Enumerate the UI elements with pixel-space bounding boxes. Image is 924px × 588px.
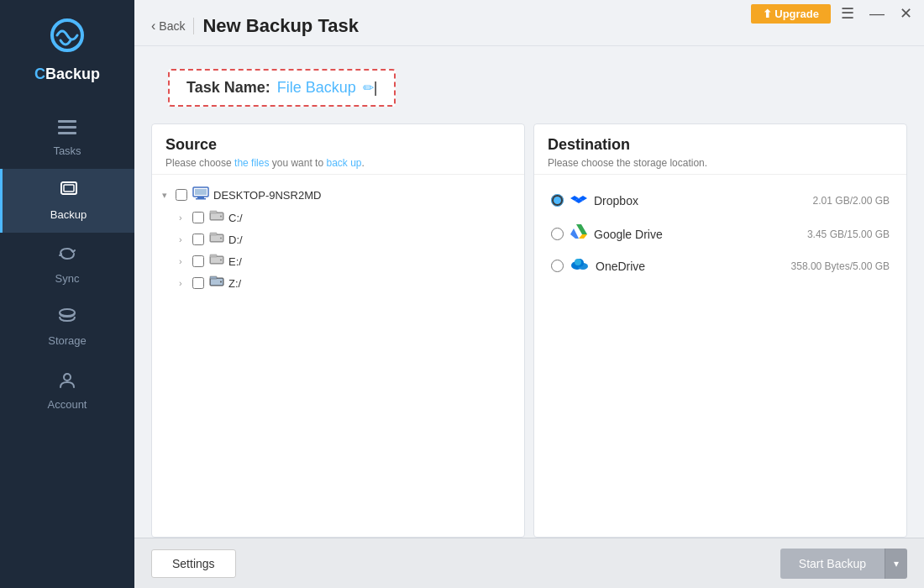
- start-backup-button[interactable]: Start Backup: [780, 549, 885, 579]
- dest-option-onedrive[interactable]: OneDrive 358.00 Bytes/5.00 GB: [541, 250, 900, 281]
- dest-dropbox-label: Dropbox: [594, 194, 806, 207]
- svg-rect-3: [58, 132, 76, 134]
- destination-title: Destination: [548, 136, 893, 154]
- computer-icon: [192, 186, 209, 203]
- svg-rect-9: [195, 189, 207, 195]
- svg-point-31: [575, 259, 581, 265]
- storage-label: Storage: [48, 334, 87, 347]
- back-arrow-icon: ‹: [151, 18, 155, 34]
- storage-icon: [57, 308, 77, 329]
- dest-radio-dropbox[interactable]: [551, 194, 564, 207]
- tree-root-label: DESKTOP-9NSR2MD: [213, 189, 321, 202]
- settings-button[interactable]: Settings: [151, 549, 236, 578]
- tree-d-label: D:/: [228, 234, 243, 246]
- dest-radio-gdrive[interactable]: [551, 228, 564, 240]
- main-content: ‹ Back New Backup Task Task Name: File B…: [134, 0, 924, 588]
- svg-rect-1: [58, 120, 76, 123]
- tree-d-expand[interactable]: ›: [179, 234, 192, 244]
- svg-rect-22: [210, 255, 217, 257]
- source-subtitle: Please choose the files you want to back…: [165, 157, 511, 169]
- svg-point-19: [220, 238, 222, 239]
- logo-icon: [42, 17, 92, 59]
- onedrive-icon: [570, 257, 589, 275]
- backup-label: Backup: [50, 208, 87, 221]
- sidebar-item-sync[interactable]: Sync: [0, 233, 134, 297]
- task-name-value: File Backup: [277, 79, 356, 97]
- start-backup-dropdown[interactable]: ▾: [885, 549, 907, 579]
- dest-onedrive-storage: 358.00 Bytes/5.00 GB: [791, 260, 890, 272]
- task-name-edit-icon[interactable]: ✏: [363, 80, 374, 96]
- sidebar-item-account[interactable]: Account: [0, 359, 134, 423]
- svg-point-27: [220, 281, 222, 283]
- source-panel-body: ▾ DESKTOP-9NSR2MD: [152, 175, 524, 537]
- task-name-cursor: |: [374, 79, 378, 97]
- source-subtitle-link2[interactable]: back up: [326, 157, 361, 169]
- sidebar-item-tasks[interactable]: Tasks: [0, 108, 134, 169]
- dest-option-gdrive[interactable]: Google Drive 3.45 GB/15.00 GB: [541, 218, 900, 250]
- logo-c: C: [34, 66, 45, 82]
- source-title: Source: [165, 136, 511, 154]
- tasks-icon: [58, 120, 76, 139]
- svg-point-15: [220, 216, 222, 218]
- svg-point-6: [60, 309, 75, 316]
- svg-rect-18: [210, 233, 217, 235]
- tree-item-z[interactable]: › Z:/: [176, 272, 517, 294]
- tree-e-expand[interactable]: ›: [179, 256, 192, 266]
- dest-radio-onedrive[interactable]: [551, 260, 564, 272]
- source-panel: Source Please choose the files you want …: [151, 123, 525, 538]
- tree-root-item[interactable]: ▾ DESKTOP-9NSR2MD: [159, 183, 517, 207]
- destination-panel-header: Destination Please choose the storage lo…: [534, 124, 906, 175]
- source-panel-header: Source Please choose the files you want …: [152, 124, 524, 175]
- sync-label: Sync: [55, 272, 80, 285]
- tree-root-expand[interactable]: ▾: [162, 190, 176, 201]
- drive-c-icon: [209, 210, 224, 225]
- sidebar-item-storage[interactable]: Storage: [0, 297, 134, 359]
- account-label: Account: [48, 398, 87, 411]
- drive-d-icon: [209, 232, 224, 247]
- gdrive-icon: [570, 224, 587, 244]
- tree-children: › C:/: [159, 207, 517, 294]
- tasks-label: Tasks: [53, 144, 81, 157]
- page-title: New Backup Task: [202, 15, 358, 37]
- sidebar: CBackup Tasks Backup: [0, 0, 134, 588]
- close-icon[interactable]: ✕: [895, 3, 917, 24]
- tree-c-checkbox[interactable]: [192, 212, 204, 223]
- tree-z-expand[interactable]: ›: [179, 278, 192, 288]
- upgrade-button[interactable]: ⬆ Upgrade: [751, 4, 831, 24]
- svg-rect-11: [196, 198, 206, 200]
- tree-z-checkbox[interactable]: [192, 277, 204, 289]
- dest-onedrive-label: OneDrive: [596, 260, 785, 273]
- svg-rect-5: [64, 185, 74, 192]
- backup-icon: [60, 181, 78, 203]
- tree-item-c[interactable]: › C:/: [176, 207, 517, 228]
- start-backup-group: Start Backup ▾: [780, 549, 907, 579]
- sync-icon: [58, 244, 76, 267]
- tree-z-label: Z:/: [228, 277, 241, 290]
- svg-rect-10: [197, 197, 204, 198]
- app-container: ⬆ Upgrade ☰ — ✕ CBackup: [0, 0, 924, 588]
- minimize-icon[interactable]: —: [864, 3, 890, 24]
- dest-option-dropbox[interactable]: Dropbox 2.01 GB/2.00 GB: [541, 183, 900, 218]
- source-subtitle-link1[interactable]: the files: [234, 157, 269, 169]
- tree-root-checkbox[interactable]: [176, 189, 187, 201]
- tree-c-expand[interactable]: ›: [179, 213, 192, 223]
- tree-e-checkbox[interactable]: [192, 255, 204, 267]
- panels-row: Source Please choose the files you want …: [151, 123, 907, 538]
- svg-rect-2: [58, 126, 76, 129]
- back-button[interactable]: ‹ Back: [151, 18, 185, 34]
- task-name-box: Task Name: File Backup ✏ |: [168, 69, 396, 107]
- logo-rest: Backup: [45, 66, 100, 82]
- tree-d-checkbox[interactable]: [192, 234, 204, 245]
- tree-item-e[interactable]: › E:/: [176, 250, 517, 272]
- drive-z-icon: [209, 276, 224, 291]
- tree-e-label: E:/: [228, 255, 242, 268]
- dropbox-icon: [570, 190, 587, 211]
- task-name-label: Task Name:: [186, 79, 270, 97]
- account-icon: [58, 370, 76, 393]
- sidebar-item-backup[interactable]: Backup: [0, 169, 134, 233]
- svg-rect-26: [210, 276, 217, 279]
- menu-icon[interactable]: ☰: [836, 3, 859, 24]
- task-name-container: Task Name: File Backup ✏ |: [151, 56, 907, 115]
- sidebar-logo: CBackup: [0, 0, 134, 108]
- tree-item-d[interactable]: › D:/: [176, 228, 517, 250]
